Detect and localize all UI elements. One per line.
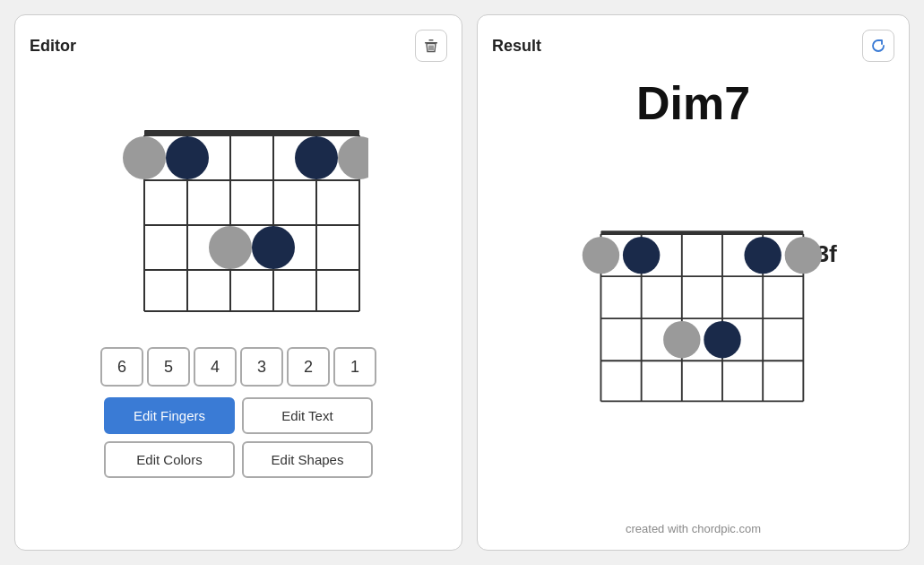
trash-icon bbox=[423, 38, 439, 54]
svg-point-22 bbox=[252, 226, 295, 269]
svg-point-36 bbox=[622, 236, 659, 273]
btn-row-2: Edit Colors Edit Shapes bbox=[104, 441, 373, 478]
result-title: Result bbox=[492, 37, 541, 56]
svg-rect-1 bbox=[429, 39, 434, 41]
editor-title: Editor bbox=[30, 37, 76, 56]
svg-point-20 bbox=[338, 136, 368, 179]
result-chord-diagram: 3fr bbox=[550, 178, 837, 465]
svg-point-37 bbox=[744, 236, 781, 273]
svg-point-21 bbox=[209, 226, 252, 269]
result-diagram-wrapper: 3fr bbox=[550, 178, 837, 468]
edit-colors-button[interactable]: Edit Colors bbox=[104, 441, 235, 478]
editor-content: Edit Fingers Edit Text Edit Colors Edit … bbox=[30, 69, 447, 535]
string-input-5[interactable] bbox=[147, 347, 190, 387]
editor-chord-diagram[interactable] bbox=[108, 69, 368, 347]
string-input-2[interactable] bbox=[287, 347, 330, 387]
svg-point-35 bbox=[582, 236, 618, 273]
result-header: Result bbox=[492, 30, 894, 62]
refresh-icon bbox=[870, 38, 886, 54]
svg-point-19 bbox=[295, 136, 338, 179]
svg-point-18 bbox=[166, 136, 209, 179]
edit-text-button[interactable]: Edit Text bbox=[242, 397, 373, 434]
edit-shapes-button[interactable]: Edit Shapes bbox=[242, 441, 373, 478]
action-buttons: Edit Fingers Edit Text Edit Colors Edit … bbox=[104, 397, 373, 478]
btn-row-1: Edit Fingers Edit Text bbox=[104, 397, 373, 434]
svg-point-17 bbox=[123, 136, 166, 179]
refresh-button[interactable] bbox=[862, 30, 894, 62]
result-footer: created with chordpic.com bbox=[626, 522, 761, 535]
string-inputs bbox=[100, 347, 376, 387]
editor-panel: Editor bbox=[14, 14, 462, 551]
svg-point-39 bbox=[663, 321, 700, 358]
string-input-3[interactable] bbox=[240, 347, 283, 387]
svg-point-38 bbox=[784, 236, 821, 273]
editor-header: Editor bbox=[30, 30, 447, 62]
string-input-4[interactable] bbox=[194, 347, 237, 387]
svg-point-40 bbox=[704, 321, 740, 358]
result-panel: Result Dim7 bbox=[477, 14, 910, 551]
chord-name: Dim7 bbox=[636, 76, 750, 130]
edit-fingers-button[interactable]: Edit Fingers bbox=[104, 397, 235, 434]
string-input-6[interactable] bbox=[100, 347, 143, 387]
result-content: Dim7 bbox=[492, 69, 894, 535]
delete-button[interactable] bbox=[415, 30, 447, 62]
string-input-1[interactable] bbox=[333, 347, 376, 387]
